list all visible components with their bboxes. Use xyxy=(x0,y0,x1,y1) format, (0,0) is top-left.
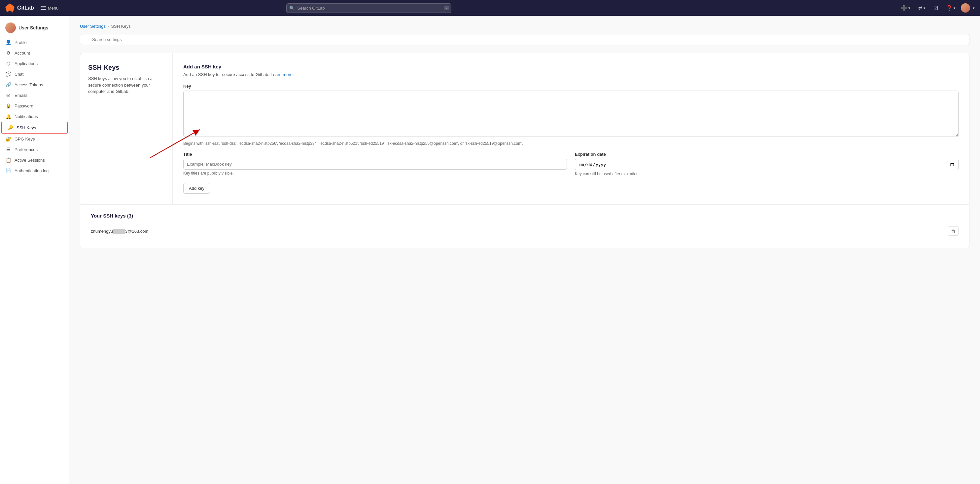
content-inner: SSH Keys SSH keys allow you to establish… xyxy=(80,53,969,204)
sidebar-item-label: Chat xyxy=(14,72,24,77)
add-description-text: Add an SSH key for secure access to GitL… xyxy=(183,72,269,77)
sidebar-item-preferences[interactable]: ☰ Preferences xyxy=(0,144,69,155)
create-new-button[interactable]: ➕ ▾ xyxy=(898,4,913,13)
sidebar-item-label: Authentication log xyxy=(14,168,49,173)
right-panel: Add an SSH key Add an SSH key for secure… xyxy=(173,53,969,204)
password-icon: 🔒 xyxy=(5,103,11,109)
sidebar-item-label: Access Tokens xyxy=(14,82,43,87)
title-group: Title Key titles are publicly visible. xyxy=(183,152,567,176)
sidebar-item-profile[interactable]: 👤 Profile xyxy=(0,37,69,48)
key-label: Key xyxy=(183,84,959,89)
breadcrumb: User Settings › SSH Keys xyxy=(80,24,969,29)
code-review-icon[interactable]: ⇄ ▾ xyxy=(916,4,928,12)
active-sessions-icon: 📋 xyxy=(5,157,11,163)
topnav-actions: ➕ ▾ ⇄ ▾ ☑ ❓ ▾ ▾ xyxy=(898,3,975,13)
sidebar-item-password[interactable]: 🔒 Password xyxy=(0,101,69,111)
search-settings-wrap: 🔍 xyxy=(80,34,969,45)
sidebar-header: User Settings xyxy=(0,20,69,37)
sidebar-item-label: Notifications xyxy=(14,114,38,119)
table-row: zhumengyu████3@163.com 🗑 xyxy=(91,222,959,240)
account-icon: ⚙ xyxy=(5,50,11,56)
delete-key-button[interactable]: 🗑 xyxy=(948,227,959,236)
topnav: GitLab Menu 🔍 / ➕ ▾ ⇄ ▾ ☑ ❓ ▾ ▾ xyxy=(0,0,980,16)
sidebar-item-gpg-keys[interactable]: 🔐 GPG Keys xyxy=(0,134,69,144)
menu-label: Menu xyxy=(48,6,59,11)
expiration-date-input[interactable] xyxy=(575,159,959,170)
gitlab-logo-icon xyxy=(5,3,14,13)
expiration-label: Expiration date xyxy=(575,152,959,157)
key-field-wrap xyxy=(183,91,959,138)
menu-button[interactable]: Menu xyxy=(38,4,61,12)
sidebar-item-active-sessions[interactable]: 📋 Active Sessions xyxy=(0,155,69,165)
brand[interactable]: GitLab xyxy=(5,3,34,13)
learn-more-link[interactable]: Learn more. xyxy=(270,72,294,77)
redacted-text: ████ xyxy=(113,229,125,234)
main-content: User Settings › SSH Keys 🔍 SSH Keys SSH … xyxy=(69,16,980,484)
content-card: SSH Keys SSH keys allow you to establish… xyxy=(80,53,969,248)
title-expiration-row: Title Key titles are publicly visible. E… xyxy=(183,152,959,176)
left-panel: SSH Keys SSH keys allow you to establish… xyxy=(80,53,173,204)
sidebar-item-emails[interactable]: ✉ Emails xyxy=(0,90,69,101)
gpg-keys-icon: 🔐 xyxy=(5,136,11,142)
global-search: 🔍 / xyxy=(286,3,451,13)
page-description: SSH keys allow you to establish a secure… xyxy=(88,75,164,95)
sidebar-title: User Settings xyxy=(19,25,48,30)
user-avatar[interactable] xyxy=(961,3,970,13)
sidebar-item-label: SSH Keys xyxy=(16,125,36,130)
sidebar-item-access-tokens[interactable]: 🔗 Access Tokens xyxy=(0,79,69,90)
key-textarea[interactable] xyxy=(183,91,959,137)
your-keys-title: Your SSH keys (3) xyxy=(91,204,959,222)
slash-shortcut-badge: / xyxy=(444,6,449,10)
ssh-keys-icon: 🔑 xyxy=(7,125,13,130)
auth-log-icon: 📄 xyxy=(5,168,11,173)
sidebar-item-label: Preferences xyxy=(14,147,38,152)
breadcrumb-current: SSH Keys xyxy=(111,24,130,29)
applications-icon: ⬡ xyxy=(5,61,11,66)
sidebar-item-label: Applications xyxy=(14,61,38,66)
avatar-chevron: ▾ xyxy=(973,6,975,10)
notifications-icon: 🔔 xyxy=(5,114,11,119)
profile-icon: 👤 xyxy=(5,40,11,45)
preferences-icon: ☰ xyxy=(5,147,11,152)
title-hint: Key titles are publicly visible. xyxy=(183,171,567,176)
hamburger-icon xyxy=(41,6,46,10)
page-title: SSH Keys xyxy=(88,64,164,72)
your-ssh-keys-section: Your SSH keys (3) zhumengyu████3@163.com… xyxy=(80,204,969,248)
expiration-hint: Key can still be used after expiration. xyxy=(575,172,959,176)
emails-icon: ✉ xyxy=(5,93,11,98)
page-layout: User Settings 👤 Profile ⚙ Account ⬡ Appl… xyxy=(0,16,980,484)
sidebar-item-account[interactable]: ⚙ Account xyxy=(0,48,69,58)
chat-icon: 💬 xyxy=(5,72,11,77)
search-icon: 🔍 xyxy=(289,6,294,11)
sidebar-item-ssh-keys[interactable]: 🔑 SSH Keys xyxy=(1,121,68,134)
sidebar: User Settings 👤 Profile ⚙ Account ⬡ Appl… xyxy=(0,16,69,484)
access-tokens-icon: 🔗 xyxy=(5,82,11,87)
search-settings-input[interactable] xyxy=(80,34,969,45)
ssh-key-email: zhumengyu████3@163.com xyxy=(91,229,148,234)
title-label: Title xyxy=(183,152,567,157)
sidebar-item-label: Active Sessions xyxy=(14,158,45,163)
sidebar-item-auth-log[interactable]: 📄 Authentication log xyxy=(0,165,69,176)
expiration-group: Expiration date Key can still be used af… xyxy=(575,152,959,176)
add-description: Add an SSH key for secure access to GitL… xyxy=(183,72,959,77)
sidebar-item-applications[interactable]: ⬡ Applications xyxy=(0,58,69,69)
key-hint: Begins with 'ssh-rsa', 'ssh-dss', 'ecdsa… xyxy=(183,141,959,147)
sidebar-item-chat[interactable]: 💬 Chat xyxy=(0,69,69,79)
sidebar-item-label: Password xyxy=(14,104,33,109)
breadcrumb-separator: › xyxy=(108,24,109,29)
search-input[interactable] xyxy=(286,3,451,13)
sidebar-item-label: Account xyxy=(14,51,30,56)
title-input[interactable] xyxy=(183,159,567,169)
add-section-title: Add an SSH key xyxy=(183,64,959,69)
add-section-header: Add an SSH key xyxy=(183,64,959,69)
breadcrumb-parent-link[interactable]: User Settings xyxy=(80,24,106,29)
help-button[interactable]: ❓ ▾ xyxy=(943,4,958,13)
brand-name: GitLab xyxy=(17,5,34,11)
sidebar-item-label: Profile xyxy=(14,40,27,45)
sidebar-item-label: Emails xyxy=(14,93,27,98)
sidebar-item-label: GPG Keys xyxy=(14,137,35,142)
add-key-button[interactable]: Add key xyxy=(183,183,210,194)
todos-button[interactable]: ☑ xyxy=(931,4,941,13)
sidebar-avatar xyxy=(5,22,16,33)
sidebar-item-notifications[interactable]: 🔔 Notifications xyxy=(0,111,69,121)
